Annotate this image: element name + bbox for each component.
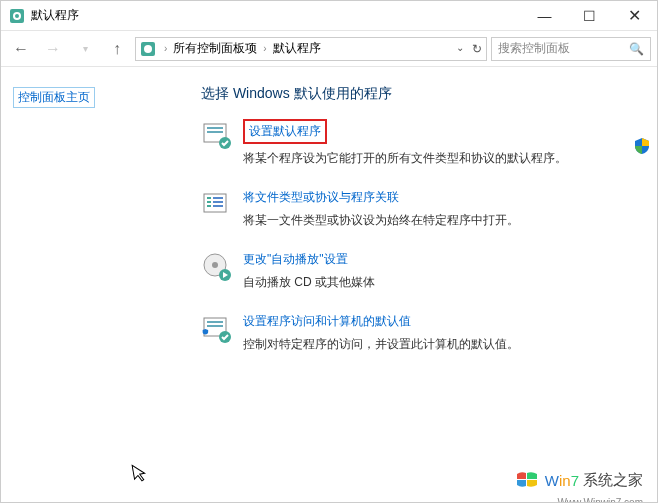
breadcrumb-item[interactable]: 所有控制面板项 [171,40,259,57]
address-bar[interactable]: › 所有控制面板项 › 默认程序 ⌄ ↻ [135,37,487,61]
watermark-text: 系统之家 [583,471,643,490]
svg-rect-20 [207,321,223,323]
option-link-set-default[interactable]: 设置默认程序 [243,119,327,144]
program-icon [201,119,233,151]
option-autoplay: 更改"自动播放"设置 自动播放 CD 或其他媒体 [201,251,637,291]
svg-point-4 [144,45,152,53]
svg-rect-13 [213,201,223,203]
watermark-url: Www.Winwin7.com [557,497,643,503]
back-button[interactable]: ← [7,35,35,63]
access-icon [201,313,233,345]
history-dropdown[interactable]: ▾ [71,35,99,63]
search-input[interactable]: 搜索控制面板 🔍 [491,37,651,61]
content: 控制面板主页 选择 Windows 默认使用的程序 设置默认程序 将某个程序设为… [1,67,657,502]
svg-point-17 [212,262,218,268]
page-heading: 选择 Windows 默认使用的程序 [201,85,637,103]
option-set-default-programs: 设置默认程序 将某个程序设为它能打开的所有文件类型和协议的默认程序。 [201,119,637,167]
option-link-autoplay[interactable]: 更改"自动播放"设置 [243,251,348,268]
svg-rect-7 [207,131,223,133]
window-title: 默认程序 [31,7,522,24]
svg-rect-12 [207,201,211,203]
search-icon[interactable]: 🔍 [629,42,644,56]
svg-rect-6 [207,127,223,129]
option-desc: 将某一文件类型或协议设为始终在特定程序中打开。 [243,212,519,229]
watermark: Win7 系统之家 [513,466,643,494]
sidebar-home-link[interactable]: 控制面板主页 [13,87,95,108]
windows-logo-icon [513,466,541,494]
close-button[interactable]: ✕ [612,1,657,30]
svg-rect-11 [213,197,223,199]
autoplay-icon [201,251,233,283]
main-panel: 选择 Windows 默认使用的程序 设置默认程序 将某个程序设为它能打开的所有… [201,67,657,502]
forward-button[interactable]: → [39,35,67,63]
option-associate-file-types: 将文件类型或协议与程序关联 将某一文件类型或协议设为始终在特定程序中打开。 [201,189,637,229]
option-desc: 将某个程序设为它能打开的所有文件类型和协议的默认程序。 [243,150,567,167]
option-link-associate[interactable]: 将文件类型或协议与程序关联 [243,189,399,206]
breadcrumb-sep-icon[interactable]: › [259,43,270,54]
option-program-access: 设置程序访问和计算机的默认值 控制对特定程序的访问，并设置此计算机的默认值。 [201,313,637,353]
svg-rect-15 [213,205,223,207]
breadcrumb-item[interactable]: 默认程序 [271,40,323,57]
titlebar: 默认程序 — ☐ ✕ [1,1,657,31]
minimize-button[interactable]: — [522,1,567,30]
shield-icon [633,137,651,158]
breadcrumb-sep-icon[interactable]: › [160,43,171,54]
maximize-button[interactable]: ☐ [567,1,612,30]
address-dropdown-icon[interactable]: ⌄ [456,42,464,56]
svg-rect-10 [207,197,211,199]
app-icon [9,8,25,24]
address-icon [140,41,156,57]
svg-point-2 [15,14,19,18]
watermark-brand: Win7 [545,472,579,489]
window-controls: — ☐ ✕ [522,1,657,30]
sidebar: 控制面板主页 [1,67,201,502]
option-desc: 自动播放 CD 或其他媒体 [243,274,375,291]
associate-icon [201,189,233,221]
svg-rect-14 [207,205,211,207]
search-placeholder: 搜索控制面板 [498,40,629,57]
svg-rect-21 [207,325,223,327]
option-desc: 控制对特定程序的访问，并设置此计算机的默认值。 [243,336,519,353]
refresh-icon[interactable]: ↻ [472,42,482,56]
option-link-access[interactable]: 设置程序访问和计算机的默认值 [243,313,411,330]
navbar: ← → ▾ ↑ › 所有控制面板项 › 默认程序 ⌄ ↻ 搜索控制面板 🔍 [1,31,657,67]
up-button[interactable]: ↑ [103,35,131,63]
